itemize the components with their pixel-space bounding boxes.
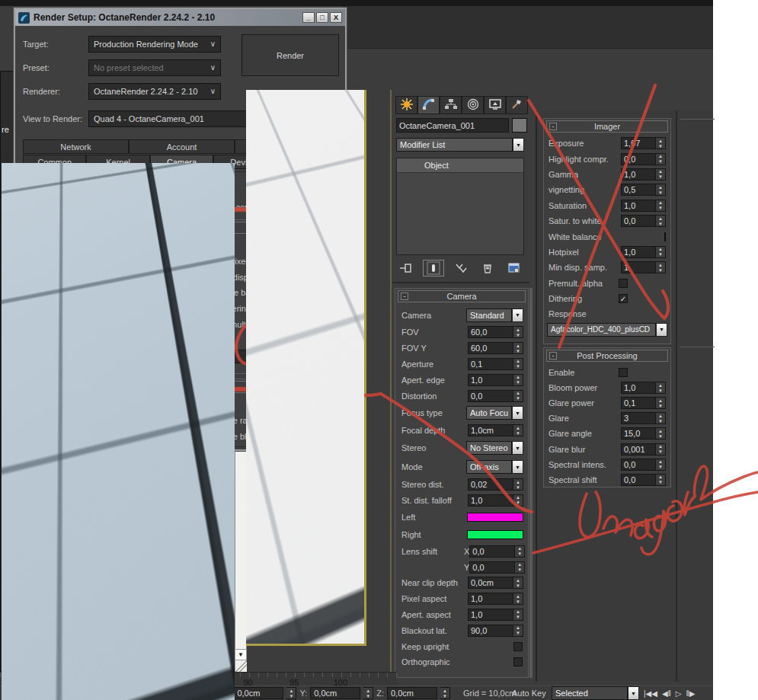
value-field[interactable]: 1,0 <box>468 593 513 605</box>
spin-up-icon[interactable]: ▲ <box>158 303 168 308</box>
value-field[interactable]: 1,0 <box>621 246 656 258</box>
dropdown-select[interactable]: Off-axis▼ <box>466 460 523 474</box>
spinner-control[interactable]: ▲▼ <box>513 609 523 621</box>
value-field[interactable]: 1,0 <box>468 609 513 621</box>
spin-down-icon[interactable]: ▼ <box>440 693 449 698</box>
spin-down-icon[interactable]: ▼ <box>656 465 665 470</box>
spin-up-icon[interactable]: ▲ <box>656 169 665 174</box>
dialog-scrollbar[interactable] <box>334 172 341 447</box>
show-end-result-icon[interactable] <box>423 260 444 276</box>
spin-up-icon[interactable]: ▲ <box>656 475 665 480</box>
panel-tab-utilities[interactable] <box>506 96 528 114</box>
timeline-ruler[interactable]: 65707580859095100 <box>0 672 397 686</box>
spin-down-icon[interactable]: ▼ <box>158 261 168 267</box>
spin-up-icon[interactable]: ▲ <box>656 398 665 403</box>
spin-up-icon[interactable]: ▲ <box>440 688 449 693</box>
spinner-control[interactable]: ▲▼ <box>656 261 666 273</box>
spin-up-icon[interactable]: ▲ <box>158 256 168 261</box>
side-post-header[interactable]: - Post Processing <box>546 350 668 362</box>
checkbox[interactable]: ✓ <box>323 304 332 313</box>
value-field[interactable]: 0,001 <box>621 443 656 455</box>
value-field[interactable]: 1,18 <box>122 414 158 427</box>
value-field[interactable]: 90,0 <box>468 625 513 637</box>
play-button[interactable]: ▷ <box>676 689 682 698</box>
value-field[interactable]: 1,0 <box>621 200 656 212</box>
value-field[interactable]: 0,5 <box>621 184 656 196</box>
value-field[interactable]: 1,002 <box>122 255 158 267</box>
spinner-control[interactable]: ▲▼ <box>363 687 373 699</box>
spin-up-icon[interactable]: ▲ <box>286 688 296 693</box>
vfb-scroll-down-icon[interactable]: ▼ <box>235 649 247 660</box>
spinner-control[interactable]: ▲▼ <box>158 318 168 330</box>
spinner-control[interactable]: ▲▼ <box>656 474 666 486</box>
spin-down-icon[interactable]: ▼ <box>515 567 524 573</box>
collapse-icon[interactable]: - <box>401 292 408 300</box>
spin-down-icon[interactable]: ▼ <box>513 396 523 401</box>
selection-y-field[interactable]: 0,0cm <box>310 687 360 699</box>
spin-up-icon[interactable]: ▲ <box>513 327 523 332</box>
value-field[interactable]: 3 <box>283 414 323 427</box>
spin-up-icon[interactable]: ▲ <box>656 184 665 190</box>
spin-up-icon[interactable]: ▲ <box>162 197 171 202</box>
value-field[interactable]: 0,0 <box>469 545 515 558</box>
spin-down-icon[interactable]: ▼ <box>513 615 523 620</box>
spin-up-icon[interactable]: ▲ <box>158 271 168 276</box>
spinner-control[interactable]: ▲▼ <box>513 577 523 589</box>
spin-up-icon[interactable]: ▲ <box>513 425 523 430</box>
spinner-control[interactable]: ▲▼ <box>656 215 666 227</box>
checkbox[interactable]: ✓ <box>619 294 628 303</box>
value-field[interactable]: 1,0cm <box>468 424 513 436</box>
spinner-control[interactable]: ▲▼ <box>162 179 171 191</box>
spin-up-icon[interactable]: ▲ <box>323 272 332 277</box>
spin-down-icon[interactable]: ▼ <box>515 551 524 557</box>
value-field[interactable]: 0,0 <box>621 474 656 486</box>
spin-down-icon[interactable]: ▼ <box>513 500 523 506</box>
spin-up-icon[interactable]: ▲ <box>162 180 171 185</box>
camera-rollout-header[interactable]: - Camera <box>398 290 526 302</box>
spin-up-icon[interactable]: ▲ <box>323 415 332 420</box>
value-field[interactable]: 1,0 <box>283 255 323 267</box>
panel-tab-create[interactable] <box>395 96 417 114</box>
spinner-control[interactable]: ▲▼ <box>158 255 168 267</box>
spin-up-icon[interactable]: ▲ <box>513 625 523 631</box>
previous-frame-button[interactable]: ◀‖ <box>662 689 671 698</box>
value-field[interactable]: 0,0 <box>469 561 515 574</box>
value-field[interactable]: 0,0 <box>122 302 158 315</box>
spin-down-icon[interactable]: ▼ <box>513 430 523 436</box>
spinner-control[interactable]: ▲▼ <box>158 334 168 346</box>
value-field[interactable]: 1,0 <box>468 374 513 386</box>
value-field[interactable]: 0,1 <box>468 358 513 370</box>
spin-up-icon[interactable]: ▲ <box>513 479 523 484</box>
spin-up-icon[interactable]: ▲ <box>656 428 665 433</box>
spin-down-icon[interactable]: ▼ <box>513 583 523 588</box>
dialog-combo[interactable]: No preset selected∨ <box>88 59 221 76</box>
dropdown-arrow-icon[interactable]: ▼ <box>512 441 523 455</box>
spinner-control[interactable]: ▲▼ <box>323 255 333 267</box>
checkbox[interactable] <box>323 320 332 329</box>
spinner-control[interactable]: ▲▼ <box>656 168 666 181</box>
spin-down-icon[interactable]: ▼ <box>158 276 168 282</box>
dropdown-arrow-icon[interactable]: ▼ <box>628 686 639 700</box>
checkbox[interactable]: ✓ <box>121 241 130 250</box>
dropdown-arrow-icon[interactable]: ▼ <box>512 406 523 420</box>
spinner-control[interactable]: ▲▼ <box>656 153 666 165</box>
object-color-swatch[interactable] <box>512 118 527 133</box>
modifier-list-select[interactable]: Modifier List ▼ <box>396 138 524 152</box>
value-field[interactable]: 60,0 <box>468 342 513 354</box>
checkbox[interactable]: ✓ <box>121 400 130 409</box>
color-swatch[interactable] <box>467 513 523 522</box>
spin-down-icon[interactable]: ▼ <box>158 436 168 441</box>
configure-modifier-sets-icon[interactable] <box>504 261 524 276</box>
response-select[interactable]: Agfacolor_Futura_100CD ▼ <box>115 350 333 363</box>
spin-up-icon[interactable]: ▲ <box>158 430 168 436</box>
spin-up-icon[interactable]: ▲ <box>513 375 523 380</box>
value-field[interactable]: 1,0 <box>621 168 656 181</box>
value-field[interactable]: 1 <box>621 261 656 273</box>
spinner-control[interactable]: ▲▼ <box>286 687 296 699</box>
spinner-control[interactable]: ▲▼ <box>323 414 333 427</box>
value-field[interactable]: 1,0 <box>468 494 513 507</box>
spin-up-icon[interactable]: ▲ <box>513 577 523 583</box>
imager-group-header[interactable]: - Imager <box>29 222 335 234</box>
lock-toggle-button[interactable] <box>171 686 187 700</box>
spin-up-icon[interactable]: ▲ <box>158 415 168 420</box>
